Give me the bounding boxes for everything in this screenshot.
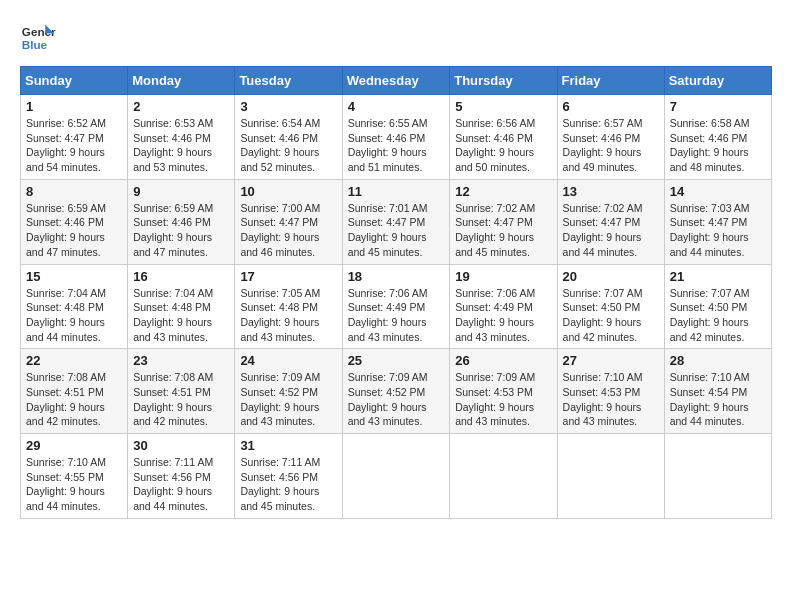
day-number: 16 — [133, 269, 229, 284]
day-info: Sunrise: 7:03 AM Sunset: 4:47 PM Dayligh… — [670, 201, 766, 260]
calendar-day-cell: 20 Sunrise: 7:07 AM Sunset: 4:50 PM Dayl… — [557, 264, 664, 349]
day-number: 23 — [133, 353, 229, 368]
day-info: Sunrise: 7:07 AM Sunset: 4:50 PM Dayligh… — [563, 286, 659, 345]
day-info: Sunrise: 7:11 AM Sunset: 4:56 PM Dayligh… — [240, 455, 336, 514]
calendar-table: SundayMondayTuesdayWednesdayThursdayFrid… — [20, 66, 772, 519]
day-number: 14 — [670, 184, 766, 199]
day-info: Sunrise: 7:01 AM Sunset: 4:47 PM Dayligh… — [348, 201, 445, 260]
calendar-header-monday: Monday — [128, 67, 235, 95]
day-info: Sunrise: 7:02 AM Sunset: 4:47 PM Dayligh… — [563, 201, 659, 260]
calendar-header-row: SundayMondayTuesdayWednesdayThursdayFrid… — [21, 67, 772, 95]
day-number: 4 — [348, 99, 445, 114]
day-info: Sunrise: 7:06 AM Sunset: 4:49 PM Dayligh… — [455, 286, 551, 345]
calendar-day-cell: 11 Sunrise: 7:01 AM Sunset: 4:47 PM Dayl… — [342, 179, 450, 264]
day-number: 7 — [670, 99, 766, 114]
day-info: Sunrise: 6:53 AM Sunset: 4:46 PM Dayligh… — [133, 116, 229, 175]
day-number: 15 — [26, 269, 122, 284]
day-info: Sunrise: 7:10 AM Sunset: 4:53 PM Dayligh… — [563, 370, 659, 429]
day-number: 22 — [26, 353, 122, 368]
day-number: 29 — [26, 438, 122, 453]
day-number: 30 — [133, 438, 229, 453]
day-number: 1 — [26, 99, 122, 114]
day-info: Sunrise: 6:52 AM Sunset: 4:47 PM Dayligh… — [26, 116, 122, 175]
calendar-day-cell: 7 Sunrise: 6:58 AM Sunset: 4:46 PM Dayli… — [664, 95, 771, 180]
calendar-header-thursday: Thursday — [450, 67, 557, 95]
day-info: Sunrise: 7:07 AM Sunset: 4:50 PM Dayligh… — [670, 286, 766, 345]
day-info: Sunrise: 7:09 AM Sunset: 4:52 PM Dayligh… — [240, 370, 336, 429]
calendar-day-cell: 22 Sunrise: 7:08 AM Sunset: 4:51 PM Dayl… — [21, 349, 128, 434]
day-info: Sunrise: 7:11 AM Sunset: 4:56 PM Dayligh… — [133, 455, 229, 514]
calendar-week-row: 15 Sunrise: 7:04 AM Sunset: 4:48 PM Dayl… — [21, 264, 772, 349]
day-info: Sunrise: 6:57 AM Sunset: 4:46 PM Dayligh… — [563, 116, 659, 175]
calendar-day-cell: 14 Sunrise: 7:03 AM Sunset: 4:47 PM Dayl… — [664, 179, 771, 264]
calendar-day-cell: 16 Sunrise: 7:04 AM Sunset: 4:48 PM Dayl… — [128, 264, 235, 349]
day-number: 27 — [563, 353, 659, 368]
day-number: 25 — [348, 353, 445, 368]
day-info: Sunrise: 7:02 AM Sunset: 4:47 PM Dayligh… — [455, 201, 551, 260]
calendar-day-cell: 24 Sunrise: 7:09 AM Sunset: 4:52 PM Dayl… — [235, 349, 342, 434]
calendar-header-wednesday: Wednesday — [342, 67, 450, 95]
calendar-header-saturday: Saturday — [664, 67, 771, 95]
day-number: 5 — [455, 99, 551, 114]
calendar-day-cell: 26 Sunrise: 7:09 AM Sunset: 4:53 PM Dayl… — [450, 349, 557, 434]
day-number: 28 — [670, 353, 766, 368]
day-info: Sunrise: 6:59 AM Sunset: 4:46 PM Dayligh… — [26, 201, 122, 260]
day-info: Sunrise: 7:04 AM Sunset: 4:48 PM Dayligh… — [133, 286, 229, 345]
calendar-day-cell — [557, 434, 664, 519]
day-info: Sunrise: 7:00 AM Sunset: 4:47 PM Dayligh… — [240, 201, 336, 260]
logo-icon: General Blue — [20, 20, 56, 56]
calendar-day-cell: 30 Sunrise: 7:11 AM Sunset: 4:56 PM Dayl… — [128, 434, 235, 519]
page-header: General Blue — [20, 20, 772, 56]
calendar-day-cell: 4 Sunrise: 6:55 AM Sunset: 4:46 PM Dayli… — [342, 95, 450, 180]
calendar-day-cell: 25 Sunrise: 7:09 AM Sunset: 4:52 PM Dayl… — [342, 349, 450, 434]
day-number: 3 — [240, 99, 336, 114]
day-info: Sunrise: 7:10 AM Sunset: 4:55 PM Dayligh… — [26, 455, 122, 514]
calendar-day-cell: 8 Sunrise: 6:59 AM Sunset: 4:46 PM Dayli… — [21, 179, 128, 264]
calendar-day-cell: 9 Sunrise: 6:59 AM Sunset: 4:46 PM Dayli… — [128, 179, 235, 264]
day-number: 19 — [455, 269, 551, 284]
day-number: 26 — [455, 353, 551, 368]
calendar-week-row: 8 Sunrise: 6:59 AM Sunset: 4:46 PM Dayli… — [21, 179, 772, 264]
day-info: Sunrise: 7:05 AM Sunset: 4:48 PM Dayligh… — [240, 286, 336, 345]
calendar-week-row: 1 Sunrise: 6:52 AM Sunset: 4:47 PM Dayli… — [21, 95, 772, 180]
day-number: 21 — [670, 269, 766, 284]
calendar-day-cell: 5 Sunrise: 6:56 AM Sunset: 4:46 PM Dayli… — [450, 95, 557, 180]
calendar-day-cell: 13 Sunrise: 7:02 AM Sunset: 4:47 PM Dayl… — [557, 179, 664, 264]
day-info: Sunrise: 7:09 AM Sunset: 4:52 PM Dayligh… — [348, 370, 445, 429]
calendar-day-cell: 28 Sunrise: 7:10 AM Sunset: 4:54 PM Dayl… — [664, 349, 771, 434]
day-info: Sunrise: 7:09 AM Sunset: 4:53 PM Dayligh… — [455, 370, 551, 429]
day-number: 10 — [240, 184, 336, 199]
logo: General Blue — [20, 20, 56, 56]
day-info: Sunrise: 7:10 AM Sunset: 4:54 PM Dayligh… — [670, 370, 766, 429]
calendar-day-cell: 3 Sunrise: 6:54 AM Sunset: 4:46 PM Dayli… — [235, 95, 342, 180]
calendar-day-cell: 31 Sunrise: 7:11 AM Sunset: 4:56 PM Dayl… — [235, 434, 342, 519]
day-info: Sunrise: 7:04 AM Sunset: 4:48 PM Dayligh… — [26, 286, 122, 345]
day-number: 11 — [348, 184, 445, 199]
calendar-day-cell: 21 Sunrise: 7:07 AM Sunset: 4:50 PM Dayl… — [664, 264, 771, 349]
calendar-day-cell: 6 Sunrise: 6:57 AM Sunset: 4:46 PM Dayli… — [557, 95, 664, 180]
svg-text:Blue: Blue — [22, 38, 48, 51]
day-info: Sunrise: 7:08 AM Sunset: 4:51 PM Dayligh… — [133, 370, 229, 429]
calendar-header-sunday: Sunday — [21, 67, 128, 95]
day-info: Sunrise: 7:06 AM Sunset: 4:49 PM Dayligh… — [348, 286, 445, 345]
calendar-day-cell — [664, 434, 771, 519]
day-info: Sunrise: 6:59 AM Sunset: 4:46 PM Dayligh… — [133, 201, 229, 260]
calendar-day-cell: 12 Sunrise: 7:02 AM Sunset: 4:47 PM Dayl… — [450, 179, 557, 264]
day-number: 31 — [240, 438, 336, 453]
day-number: 6 — [563, 99, 659, 114]
calendar-day-cell: 15 Sunrise: 7:04 AM Sunset: 4:48 PM Dayl… — [21, 264, 128, 349]
calendar-day-cell: 17 Sunrise: 7:05 AM Sunset: 4:48 PM Dayl… — [235, 264, 342, 349]
calendar-day-cell: 27 Sunrise: 7:10 AM Sunset: 4:53 PM Dayl… — [557, 349, 664, 434]
day-info: Sunrise: 6:56 AM Sunset: 4:46 PM Dayligh… — [455, 116, 551, 175]
calendar-week-row: 29 Sunrise: 7:10 AM Sunset: 4:55 PM Dayl… — [21, 434, 772, 519]
day-number: 9 — [133, 184, 229, 199]
day-number: 20 — [563, 269, 659, 284]
day-number: 24 — [240, 353, 336, 368]
day-info: Sunrise: 6:58 AM Sunset: 4:46 PM Dayligh… — [670, 116, 766, 175]
day-number: 8 — [26, 184, 122, 199]
day-number: 18 — [348, 269, 445, 284]
day-number: 2 — [133, 99, 229, 114]
calendar-day-cell: 19 Sunrise: 7:06 AM Sunset: 4:49 PM Dayl… — [450, 264, 557, 349]
day-number: 17 — [240, 269, 336, 284]
day-number: 13 — [563, 184, 659, 199]
